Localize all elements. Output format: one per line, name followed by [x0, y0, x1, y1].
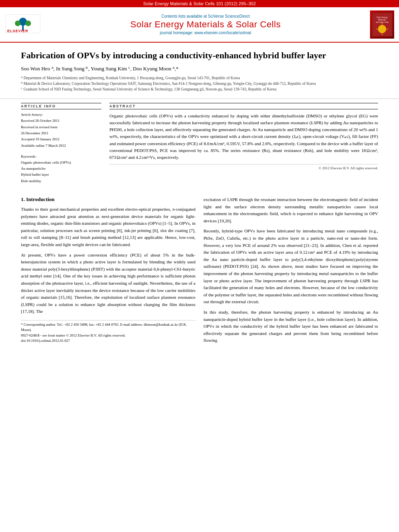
keyword-1: Organic photovoltaic cells (OPVs): [21, 160, 101, 166]
article-title: Fabrication of OPVs by introducing a con…: [21, 50, 378, 62]
journal-homepage: journal homepage: www.elsevier.com/locat…: [47, 31, 364, 35]
svg-point-3: [15, 21, 21, 26]
abstract-label: ABSTRACT: [109, 103, 378, 109]
body-left-col: 1. Introduction Thanks to their good mec…: [21, 196, 195, 347]
journal-header: ELSEVIER Contents lists available at Sci…: [0, 7, 399, 43]
abstract-text: Organic photovoltaic cells (OPVs) with a…: [109, 113, 378, 160]
sciverse-link[interactable]: SciVerse ScienceDirect: [208, 14, 250, 18]
accepted-date: Accepted 19 January 2012: [21, 136, 101, 142]
authors: Soo Won Heo ᵃ, In Sung Song ᵇ, Young Sun…: [21, 66, 378, 72]
affiliation-c: ᶜ Graduate School of NID Fusing Technolo…: [21, 86, 378, 92]
intro-para2: At present, OPVs have a power conversion…: [21, 252, 195, 315]
revised-date: Received in revised form26 December 2011: [21, 124, 101, 137]
article-info-label: ARTICLE INFO: [21, 103, 101, 109]
affiliation-b: ᵇ Material & Device Laboratory, Corporat…: [21, 81, 378, 86]
svg-point-11: [378, 25, 387, 33]
footnote-area: * Corresponding author. Tel.: +82 2 450 …: [21, 320, 195, 344]
intro-para5: In this study, therefore, the photon har…: [204, 309, 378, 344]
svg-point-4: [25, 21, 31, 26]
affiliations: ᵃ Department of Materials Chemistry and …: [21, 75, 378, 92]
svg-text:Materials: Materials: [378, 19, 386, 21]
two-column-body: 1. Introduction Thanks to their good mec…: [21, 196, 378, 347]
keyword-4: Hole mobility: [21, 178, 101, 184]
copyright-line: © 2012 Elsevier B.V. All rights reserved…: [109, 164, 378, 170]
journal-citation-bar: Solar Energy Materials & Solar Cells 101…: [0, 0, 399, 7]
journal-citation-text: Solar Energy Materials & Solar Cells 101…: [143, 1, 256, 6]
body-content: 1. Introduction Thanks to their good mec…: [0, 192, 399, 355]
doi-line: doi:10.1016/j.solmat.2012.01.027: [21, 338, 195, 344]
intro-heading: 1. Introduction: [21, 196, 195, 203]
content-area: ARTICLE INFO Article history: Received 2…: [0, 99, 399, 192]
article-header: Fabrication of OPVs by introducing a con…: [0, 43, 399, 99]
article-info-column: ARTICLE INFO Article history: Received 2…: [21, 103, 101, 188]
history-label: Article history:: [21, 113, 101, 117]
journal-title-block: Contents lists available at SciVerse Sci…: [47, 14, 364, 35]
affiliation-a: ᵃ Department of Materials Chemistry and …: [21, 75, 378, 81]
elsevier-logo: ELSEVIER: [5, 14, 41, 35]
sciverse-line: Contents lists available at SciVerse Sci…: [47, 14, 364, 18]
keyword-2: Au nanoparticles: [21, 166, 101, 172]
received-date: Received 26 October 2011: [21, 118, 101, 124]
online-date: Available online 7 March 2012: [21, 143, 101, 149]
homepage-url[interactable]: www.elsevier.com/locate/solmat: [194, 31, 251, 35]
journal-title: Solar Energy Materials & Solar Cells: [47, 19, 364, 30]
keywords-label: Keywords:: [21, 154, 101, 158]
intro-para1: Thanks to their good mechanical properti…: [21, 206, 195, 249]
issn-line: 0927-0248/$ - see front matter © 2012 El…: [21, 333, 195, 339]
page: Solar Energy Materials & Solar Cells 101…: [0, 0, 399, 532]
abstract-column: ABSTRACT Organic photovoltaic cells (OPV…: [109, 103, 378, 188]
article-history-block: Article history: Received 26 October 201…: [21, 113, 101, 148]
homepage-label: journal homepage:: [160, 31, 195, 35]
svg-text:ELSEVIER: ELSEVIER: [7, 29, 29, 33]
svg-text:Solar Energy: Solar Energy: [376, 16, 388, 18]
intro-para3: excitation of LSPR through the resonant …: [204, 196, 378, 224]
corresponding-author: * Corresponding author. Tel.: +82 2 450 …: [21, 322, 195, 333]
journal-thumbnail: Solar Energy Materials and Solar Cells: [370, 10, 394, 39]
body-right-col: excitation of LSPR through the resonant …: [204, 196, 378, 347]
intro-para4: Recently, hybrid-type OPVs have been fab…: [204, 228, 378, 306]
keyword-3: Hybrid buffer layer: [21, 172, 101, 178]
contents-text: Contents lists available at: [161, 14, 208, 18]
keywords-block: Keywords: Organic photovoltaic cells (OP…: [21, 154, 101, 184]
